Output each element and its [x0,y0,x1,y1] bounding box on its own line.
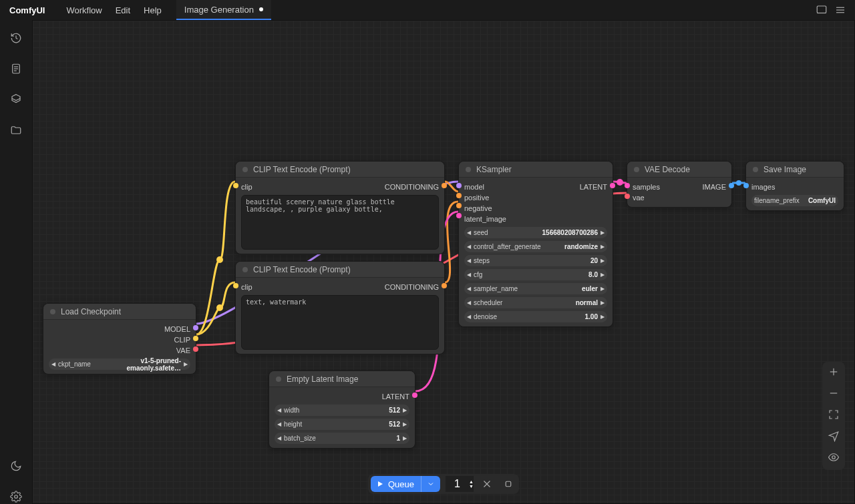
navigate-icon[interactable] [828,430,840,445]
output-image: IMAGE [703,183,726,191]
models-icon[interactable] [9,92,23,107]
menu-workflow[interactable]: Workflow [59,5,108,15]
output-model: MODEL [164,325,190,333]
svg-rect-21 [506,481,511,487]
arrow-right-icon[interactable]: ▶ [184,361,188,367]
node-title: CLIP Text Encode (Prompt) [253,265,351,274]
param-control-after-generate[interactable]: ◀control_after_generaterandomize▶ [464,241,607,252]
queue-count-input[interactable]: 1 ▲▼ [446,476,474,492]
settings-icon[interactable] [9,489,23,504]
svg-rect-0 [817,6,826,13]
arrow-left-icon[interactable]: ◀ [51,361,55,367]
connection-wires [33,21,854,503]
theme-icon[interactable] [9,459,23,473]
hamburger-icon[interactable] [831,1,850,19]
param-width[interactable]: ◀width512▶ [275,405,409,416]
svg-point-17 [832,456,836,459]
svg-point-13 [736,180,741,186]
notes-icon[interactable] [9,61,23,76]
param-filename-prefix[interactable]: filename_prefixComfyUI [751,195,838,206]
input-latent-image: latent_image [464,215,506,223]
node-save-image[interactable]: Save Image images filename_prefixComfyUI [745,161,844,211]
input-vae: vae [633,194,645,202]
node-title: Load Checkpoint [61,307,121,316]
param-steps[interactable]: ◀steps20▶ [464,255,607,266]
param-cfg[interactable]: ◀cfg8.0▶ [464,269,607,280]
tab-unsaved-dot-icon [259,7,263,11]
node-title: VAE Decode [645,165,690,174]
node-title: CLIP Text Encode (Prompt) [253,165,351,174]
step-up-icon[interactable]: ▲ [469,479,474,484]
step-down-icon[interactable]: ▼ [469,484,474,489]
output-latent: LATENT [580,183,607,191]
node-empty-latent[interactable]: Empty Latent Image LATENT ◀width512▶ ◀he… [269,370,415,449]
input-positive: positive [464,194,489,202]
header: ComfyUI Workflow Edit Help Image Generat… [0,0,855,20]
input-clip: clip [241,183,252,191]
svg-point-9 [15,495,18,499]
fullscreen-icon[interactable] [828,409,840,423]
queue-button[interactable]: Queue [371,476,440,492]
svg-point-10 [216,256,223,263]
node-ksampler[interactable]: KSampler modelLATENT positive negative l… [458,161,613,327]
param-seed[interactable]: ◀seed156680208700286▶ [464,227,607,238]
node-vae-decode[interactable]: VAE Decode samplesIMAGE vae [627,161,732,208]
svg-point-12 [617,179,623,186]
history-icon[interactable] [9,31,23,45]
output-conditioning: CONDITIONING [385,283,439,291]
input-samples: samples [633,183,660,191]
node-clip-encode-positive[interactable]: CLIP Text Encode (Prompt) clipCONDITIONI… [235,161,445,254]
visibility-icon[interactable] [828,451,840,466]
queue-label: Queue [388,479,414,489]
zoom-out-icon[interactable] [828,387,840,402]
output-clip: CLIP [174,336,190,344]
param-ckpt-name[interactable]: ◀ ckpt_name v1-5-pruned-emaonly.safete… … [49,358,190,370]
workflow-tab[interactable]: Image Generation [176,0,271,20]
param-height[interactable]: ◀height512▶ [275,419,409,430]
param-scheduler[interactable]: ◀schedulernormal▶ [464,297,607,308]
node-title: Empty Latent Image [287,374,358,384]
svg-marker-18 [378,481,383,487]
param-denoise[interactable]: ◀denoise1.00▶ [464,311,607,322]
prompt-text-input[interactable]: beautiful scenery nature glass bottle la… [241,195,439,250]
cancel-icon[interactable] [479,476,495,492]
node-load-checkpoint[interactable]: Load Checkpoint MODEL CLIP VAE ◀ ckpt_na… [43,303,196,374]
input-clip: clip [241,283,252,291]
stop-icon[interactable] [500,476,516,492]
input-images: images [751,183,775,191]
param-batch-size[interactable]: ◀batch_size1▶ [275,433,409,444]
output-conditioning: CONDITIONING [385,183,439,191]
chevron-down-icon[interactable] [421,476,435,492]
layout-icon[interactable] [812,1,831,19]
zoom-in-icon[interactable] [828,366,840,381]
menu-edit[interactable]: Edit [109,5,137,15]
svg-point-11 [216,304,223,311]
tab-label: Image Generation [184,5,254,15]
app-brand: ComfyUI [5,5,49,15]
canvas-tools [822,362,845,470]
node-canvas[interactable]: Load Checkpoint MODEL CLIP VAE ◀ ckpt_na… [32,20,855,504]
node-title: Save Image [763,165,806,174]
param-sampler-name[interactable]: ◀sampler_nameeuler▶ [464,283,607,294]
input-model: model [464,183,484,191]
prompt-text-input[interactable]: text, watermark [241,295,439,350]
folder-icon[interactable] [9,123,23,138]
output-vae: VAE [176,346,190,354]
output-latent: LATENT [382,393,409,401]
node-title: KSampler [476,165,512,174]
queue-bar: Queue 1 ▲▼ [368,474,519,494]
input-negative: negative [464,204,492,212]
left-sidebar [0,20,32,504]
node-clip-encode-negative[interactable]: CLIP Text Encode (Prompt) clipCONDITIONI… [235,261,445,354]
menu-help[interactable]: Help [137,5,168,15]
